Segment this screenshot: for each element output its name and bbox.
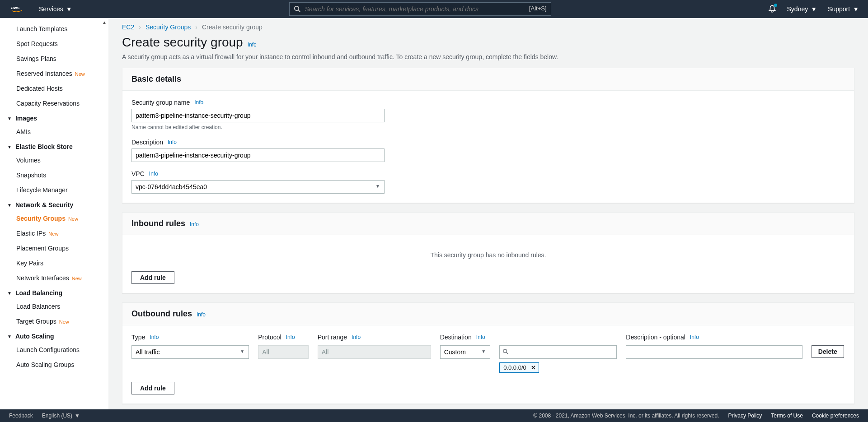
- input-description[interactable]: [131, 148, 385, 162]
- breadcrumb-security-groups[interactable]: Security Groups: [145, 23, 191, 31]
- search-icon: [294, 5, 300, 14]
- info-link[interactable]: Info: [190, 221, 199, 227]
- sidebar-section-network-security[interactable]: ▼Network & Security: [0, 198, 108, 211]
- col-desc-label: Description - optional: [626, 334, 685, 341]
- input-rule-description[interactable]: [626, 345, 802, 359]
- region-selector[interactable]: Sydney ▼: [787, 5, 817, 13]
- region-label: Sydney: [787, 5, 808, 13]
- info-link[interactable]: Info: [197, 311, 206, 318]
- sidebar-item-network-interfaces[interactable]: Network InterfacesNew: [0, 271, 108, 286]
- new-badge: New: [75, 71, 85, 77]
- svg-text:aws: aws: [11, 5, 20, 10]
- input-rule-protocol: [258, 345, 309, 359]
- label-description: Description: [131, 139, 163, 146]
- search-shortcut-label: [Alt+S]: [529, 5, 547, 12]
- sidebar-item-launch-configurations[interactable]: Launch Configurations: [0, 343, 108, 357]
- search-icon: [502, 348, 509, 356]
- page-title: Create security group: [122, 35, 243, 50]
- aws-logo[interactable]: aws: [9, 4, 30, 14]
- select-rule-type[interactable]: [131, 345, 249, 359]
- chevron-right-icon: ›: [139, 23, 141, 31]
- input-sg-name[interactable]: [131, 109, 385, 122]
- sidebar-item-volumes[interactable]: Volumes: [0, 153, 108, 168]
- sidebar-section-auto-scaling[interactable]: ▼Auto Scaling: [0, 329, 108, 343]
- panel-header-basic: Basic details: [122, 68, 854, 91]
- sidebar-item-snapshots[interactable]: Snapshots: [0, 168, 108, 183]
- add-inbound-rule-button[interactable]: Add rule: [131, 271, 174, 284]
- hint-sg-name: Name cannot be edited after creation.: [131, 124, 845, 130]
- outbound-rule-row: 0.0.0.0/0 ✕ Delete: [131, 345, 845, 373]
- sidebar-item-savings-plans[interactable]: Savings Plans: [0, 51, 108, 66]
- sidebar-item-placement-groups[interactable]: Placement Groups: [0, 241, 108, 256]
- notifications-icon[interactable]: [768, 5, 776, 14]
- sidebar: ▲ Launch Templates Spot Requests Savings…: [0, 18, 108, 409]
- remove-chip-icon[interactable]: ✕: [531, 364, 536, 371]
- col-type-label: Type: [131, 334, 145, 341]
- scroll-up-icon[interactable]: ▲: [102, 20, 107, 25]
- caret-down-icon: ▼: [66, 5, 72, 13]
- sidebar-section-ebs[interactable]: ▼Elastic Block Store: [0, 139, 108, 153]
- sidebar-item-lifecycle-manager[interactable]: Lifecycle Manager: [0, 183, 108, 198]
- delete-rule-button[interactable]: Delete: [812, 345, 844, 358]
- global-search: [Alt+S]: [289, 2, 551, 16]
- sidebar-item-capacity-reservations[interactable]: Capacity Reservations: [0, 96, 108, 111]
- notification-dot-icon: [774, 4, 777, 7]
- global-search-input[interactable]: [289, 2, 551, 16]
- sidebar-item-launch-templates[interactable]: Launch Templates: [0, 22, 108, 37]
- input-rule-destination-search[interactable]: [499, 345, 617, 359]
- support-label: Support: [828, 5, 850, 13]
- info-link[interactable]: Info: [690, 334, 699, 340]
- sidebar-section-images[interactable]: ▼Images: [0, 111, 108, 125]
- caret-down-icon: ▼: [7, 116, 12, 121]
- info-link[interactable]: Info: [352, 334, 361, 340]
- panel-header-inbound: Inbound rules Info: [122, 213, 854, 235]
- info-link[interactable]: Info: [150, 334, 159, 340]
- sidebar-item-amis[interactable]: AMIs: [0, 125, 108, 139]
- col-dest-label: Destination: [440, 334, 472, 341]
- sidebar-section-load-balancing[interactable]: ▼Load Balancing: [0, 286, 108, 299]
- panel-header-outbound: Outbound rules Info: [122, 303, 854, 325]
- caret-down-icon: ▼: [7, 291, 12, 296]
- breadcrumb-ec2[interactable]: EC2: [122, 23, 134, 31]
- info-link[interactable]: Info: [149, 171, 158, 177]
- new-badge: New: [72, 276, 82, 281]
- label-vpc: VPC: [131, 170, 145, 177]
- sidebar-item-spot-requests[interactable]: Spot Requests: [0, 37, 108, 51]
- info-link[interactable]: Info: [248, 42, 257, 48]
- main-content: EC2 › Security Groups › Create security …: [108, 18, 868, 409]
- caret-down-icon: ▼: [853, 5, 859, 13]
- sidebar-item-auto-scaling-groups[interactable]: Auto Scaling Groups: [0, 357, 108, 372]
- outbound-header-row: Type Info Protocol Info Port range: [131, 334, 845, 343]
- panel-inbound-rules: Inbound rules Info This security group h…: [122, 212, 854, 293]
- info-link[interactable]: Info: [168, 139, 177, 145]
- sidebar-item-dedicated-hosts[interactable]: Dedicated Hosts: [0, 81, 108, 96]
- breadcrumb-current: Create security group: [202, 23, 263, 31]
- info-link[interactable]: Info: [286, 334, 295, 340]
- support-menu[interactable]: Support ▼: [828, 5, 859, 13]
- add-outbound-rule-button[interactable]: Add rule: [131, 382, 174, 394]
- caret-down-icon: ▼: [7, 334, 12, 339]
- sidebar-item-elastic-ips[interactable]: Elastic IPsNew: [0, 226, 108, 241]
- info-link[interactable]: Info: [194, 99, 203, 106]
- panel-basic-details: Basic details Security group name Info N…: [122, 68, 854, 203]
- info-link[interactable]: Info: [476, 334, 485, 340]
- inbound-empty-message: This security group has no inbound rules…: [131, 243, 845, 271]
- col-port-label: Port range: [318, 334, 347, 341]
- sidebar-item-target-groups[interactable]: Target GroupsNew: [0, 314, 108, 329]
- svg-line-2: [298, 10, 300, 12]
- sidebar-item-load-balancers[interactable]: Load Balancers: [0, 299, 108, 314]
- svg-point-1: [294, 6, 298, 10]
- chip-label: 0.0.0.0/0: [503, 364, 526, 371]
- sidebar-item-reserved-instances[interactable]: Reserved InstancesNew: [0, 66, 108, 81]
- select-vpc[interactable]: [131, 180, 385, 194]
- input-rule-port: [318, 345, 431, 359]
- sidebar-item-key-pairs[interactable]: Key Pairs: [0, 256, 108, 271]
- caret-down-icon: ▼: [7, 203, 12, 208]
- caret-down-icon: ▼: [811, 5, 817, 13]
- select-rule-destination[interactable]: [440, 345, 491, 359]
- sidebar-item-security-groups[interactable]: Security GroupsNew: [0, 211, 108, 226]
- services-menu[interactable]: Services ▼: [39, 5, 72, 13]
- new-badge: New: [68, 216, 78, 222]
- destination-chip: 0.0.0.0/0 ✕: [499, 362, 539, 373]
- breadcrumb: EC2 › Security Groups › Create security …: [122, 23, 854, 31]
